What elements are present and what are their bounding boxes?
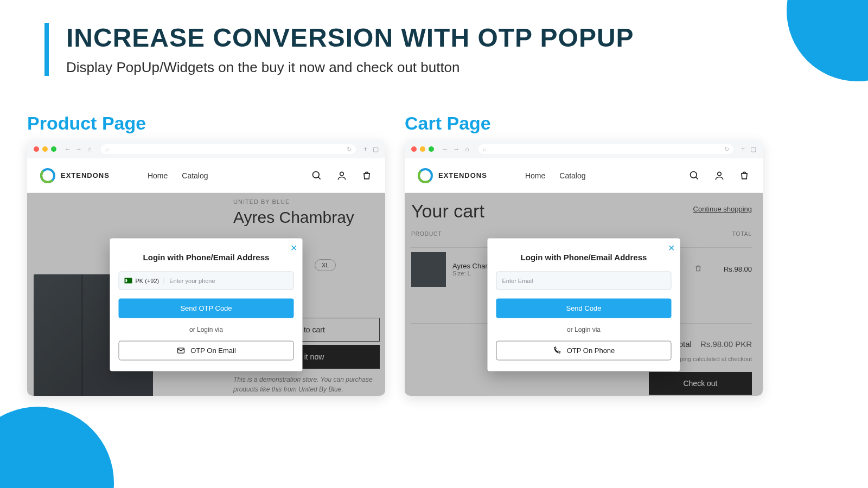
- tabs-button[interactable]: ▢: [750, 145, 756, 153]
- maximize-icon[interactable]: [429, 146, 434, 152]
- decor-corner-bottom: [0, 407, 114, 488]
- account-icon[interactable]: [714, 170, 725, 181]
- reload-icon[interactable]: ↻: [347, 146, 352, 153]
- svg-point-2: [340, 172, 344, 176]
- maximize-icon[interactable]: [51, 146, 56, 152]
- search-icon[interactable]: [689, 170, 700, 181]
- close-icon[interactable]: [34, 146, 39, 152]
- otp-phone-label: OTP On Phone: [567, 346, 615, 355]
- brand-name: EXTENDONS: [61, 171, 110, 179]
- svg-line-1: [318, 177, 321, 179]
- nav-links: Home Catalog: [525, 171, 586, 180]
- back-button[interactable]: ←: [442, 145, 449, 153]
- home-button[interactable]: ⌂: [463, 145, 471, 153]
- decor-corner-top: [787, 0, 868, 81]
- forward-button[interactable]: →: [75, 145, 82, 153]
- store-header: EXTENDONS Home Catalog: [405, 158, 763, 193]
- svg-point-4: [691, 171, 697, 178]
- cart-body: Your cart Continue shopping PRODUCT TOTA…: [405, 193, 763, 396]
- address-bar[interactable]: ⌕ ↻: [478, 144, 733, 154]
- browser-chrome: ← → ⌂ ⌕ ↻ + ▢: [27, 140, 385, 158]
- svg-point-0: [313, 171, 320, 178]
- otp-on-phone-button[interactable]: OTP On Phone: [496, 341, 672, 360]
- nav-catalog[interactable]: Catalog: [559, 171, 585, 180]
- or-login-via: or Login via: [119, 325, 294, 333]
- reload-icon[interactable]: ↻: [724, 146, 729, 153]
- otp-popup: ✕ Login with Phone/Email Address Enter E…: [488, 238, 680, 371]
- nav-home[interactable]: Home: [525, 171, 545, 180]
- brand-logo: [40, 168, 55, 183]
- flag-icon: [125, 278, 132, 283]
- cart-icon[interactable]: [361, 170, 372, 181]
- close-icon[interactable]: ✕: [668, 242, 675, 253]
- popup-title: Login with Phone/Email Address: [496, 252, 672, 261]
- otp-email-label: OTP On Email: [190, 346, 236, 355]
- forward-button[interactable]: →: [452, 145, 460, 153]
- product-body: UNITED BY BLUE Ayres Chambray XL Add to …: [27, 193, 385, 396]
- send-otp-button[interactable]: Send OTP Code: [119, 298, 294, 318]
- window-controls: [411, 146, 434, 152]
- email-input[interactable]: Enter Email: [496, 271, 672, 290]
- country-code-selector[interactable]: PK (+92): [125, 277, 164, 284]
- otp-popup: ✕ Login with Phone/Email Address PK (+92…: [110, 238, 303, 371]
- tabs-button[interactable]: ▢: [373, 145, 379, 153]
- mail-icon: [176, 346, 185, 355]
- brand-logo: [418, 168, 433, 183]
- new-tab-button[interactable]: +: [741, 145, 745, 153]
- minimize-icon[interactable]: [420, 146, 425, 152]
- phone-placeholder: Enter your phone: [169, 277, 215, 284]
- store-header: EXTENDONS Home Catalog: [27, 158, 385, 193]
- search-icon: ⌕: [483, 146, 487, 152]
- cart-page-mock: ← → ⌂ ⌕ ↻ + ▢ EXTENDONS Home Catalog You…: [405, 140, 763, 396]
- browser-chrome: ← → ⌂ ⌕ ↻ + ▢: [405, 140, 763, 158]
- email-placeholder: Enter Email: [502, 277, 533, 284]
- cart-icon[interactable]: [739, 170, 750, 181]
- nav-catalog[interactable]: Catalog: [182, 171, 208, 180]
- svg-point-6: [718, 172, 722, 176]
- svg-line-5: [696, 177, 698, 179]
- page-subtitle: Display PopUp/Widgets on the buy it now …: [66, 59, 634, 76]
- product-page-mock: ← → ⌂ ⌕ ↻ + ▢ EXTENDONS Home Catalog UNI…: [27, 140, 385, 396]
- section-label-product: Product Page: [27, 113, 146, 134]
- address-bar[interactable]: ⌕ ↻: [101, 144, 356, 154]
- search-icon[interactable]: [311, 170, 322, 181]
- window-controls: [34, 146, 56, 152]
- new-tab-button[interactable]: +: [363, 145, 367, 153]
- section-label-cart: Cart Page: [405, 113, 491, 134]
- search-icon: ⌕: [105, 146, 109, 152]
- phone-icon: [553, 346, 561, 355]
- phone-input[interactable]: PK (+92) Enter your phone: [119, 271, 294, 290]
- nav-home[interactable]: Home: [148, 171, 168, 180]
- country-code-label: PK (+92): [136, 277, 159, 284]
- close-icon[interactable]: ✕: [290, 242, 297, 253]
- back-button[interactable]: ←: [64, 145, 72, 153]
- page-header: INCREASE CONVERSION WITH OTP POPUP Displ…: [44, 23, 634, 76]
- close-icon[interactable]: [411, 146, 417, 152]
- home-button[interactable]: ⌂: [86, 145, 93, 153]
- or-login-via: or Login via: [496, 325, 672, 333]
- nav-links: Home Catalog: [148, 171, 208, 180]
- otp-on-email-button[interactable]: OTP On Email: [119, 341, 294, 360]
- page-title: INCREASE CONVERSION WITH OTP POPUP: [66, 23, 634, 53]
- popup-title: Login with Phone/Email Address: [119, 252, 294, 261]
- minimize-icon[interactable]: [42, 146, 48, 152]
- send-code-button[interactable]: Send Code: [496, 298, 672, 318]
- account-icon[interactable]: [336, 170, 347, 181]
- brand-name: EXTENDONS: [438, 171, 487, 179]
